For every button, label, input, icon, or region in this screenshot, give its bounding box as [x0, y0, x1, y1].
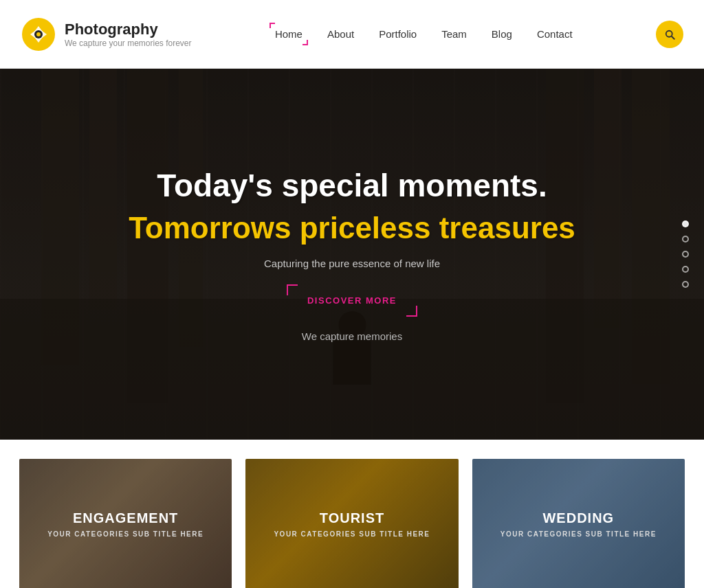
logo-icon: [21, 16, 56, 52]
hero-title-yellow: Tomorrows priceless treasures: [129, 211, 575, 245]
main-nav: Home About Portfolio Team Blog Contact: [275, 28, 573, 40]
categories-section: ENGAGEMENT YOUR CATEGORIES SUB TITLE HER…: [0, 440, 704, 588]
hero-subtitle: Capturing the pure essence of new life: [129, 258, 575, 269]
hero-title-white: Today's special moments.: [129, 167, 575, 204]
logo-title: Photography: [65, 21, 192, 38]
tourist-overlay: TOURIST YOUR CATEGORIES SUB TITLE HERE: [245, 459, 458, 588]
search-icon: [663, 28, 676, 41]
tourist-sub: YOUR CATEGORIES SUB TITLE HERE: [274, 530, 430, 538]
logo-text: Photography We capture your memories for…: [65, 21, 192, 48]
engagement-title: ENGAGEMENT: [73, 510, 178, 526]
hero-dots: [682, 220, 689, 288]
svg-line-4: [672, 36, 674, 39]
hero-content: Today's special moments. Tomorrows price…: [129, 167, 575, 342]
nav-team[interactable]: Team: [441, 28, 467, 40]
nav-portfolio[interactable]: Portfolio: [379, 28, 417, 40]
hero-section: Today's special moments. Tomorrows price…: [0, 69, 704, 440]
category-engagement[interactable]: ENGAGEMENT YOUR CATEGORIES SUB TITLE HER…: [19, 459, 232, 588]
wedding-title: WEDDING: [542, 510, 614, 526]
engagement-overlay: ENGAGEMENT YOUR CATEGORIES SUB TITLE HER…: [19, 459, 232, 588]
hero-caption: We capture memories: [129, 330, 575, 342]
hero-dot-3[interactable]: [682, 251, 689, 258]
hero-dot-5[interactable]: [682, 281, 689, 288]
discover-btn-wrapper: DISCOVER MORE: [296, 291, 408, 310]
nav-about[interactable]: About: [327, 28, 354, 40]
wedding-overlay: WEDDING YOUR CATEGORIES SUB TITLE HERE: [472, 459, 685, 588]
svg-point-2: [36, 32, 41, 36]
wedding-sub: YOUR CATEGORIES SUB TITLE HERE: [500, 530, 657, 538]
logo[interactable]: Photography We capture your memories for…: [21, 16, 192, 52]
nav-contact[interactable]: Contact: [537, 28, 573, 40]
hero-dot-1[interactable]: [682, 220, 689, 227]
nav-home[interactable]: Home: [275, 28, 302, 40]
discover-more-button[interactable]: DISCOVER MORE: [296, 291, 408, 310]
tourist-title: TOURIST: [320, 510, 384, 526]
hero-dot-4[interactable]: [682, 266, 689, 273]
nav-blog[interactable]: Blog: [492, 28, 512, 40]
search-button[interactable]: [656, 21, 683, 48]
logo-subtitle: We capture your memories forever: [65, 38, 192, 48]
engagement-sub: YOUR CATEGORIES SUB TITLE HERE: [47, 530, 204, 538]
hero-dot-2[interactable]: [682, 236, 689, 242]
header: Photography We capture your memories for…: [0, 0, 704, 69]
category-wedding[interactable]: WEDDING YOUR CATEGORIES SUB TITLE HERE: [472, 459, 685, 588]
category-tourist[interactable]: TOURIST YOUR CATEGORIES SUB TITLE HERE: [245, 459, 458, 588]
